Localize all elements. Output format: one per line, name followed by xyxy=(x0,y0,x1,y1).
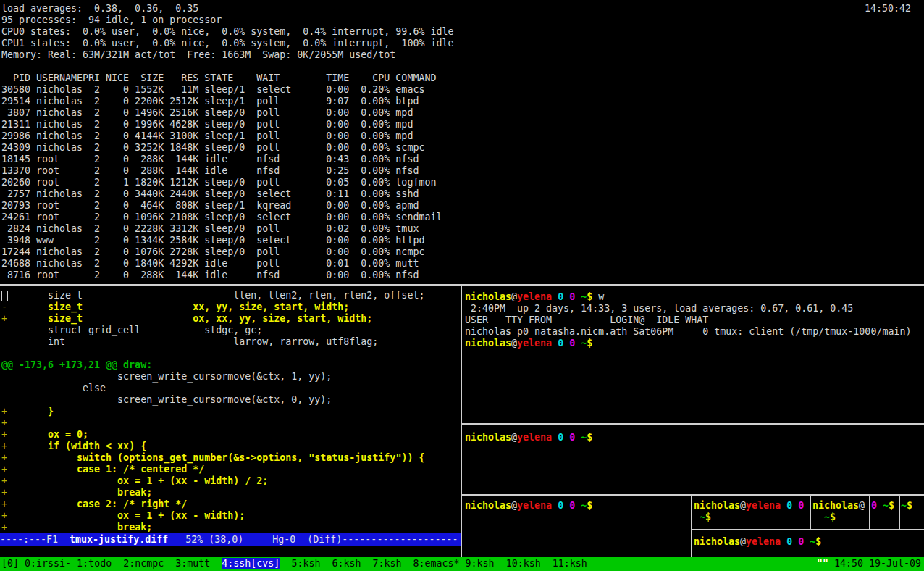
terminal-line: PID USERNAMEPRI NICE SIZE RES STATE WAIT… xyxy=(1,72,923,84)
terminal-line xyxy=(1,348,459,359)
shell-mini-pane-1[interactable]: nicholas@yelena 0 0 ~$ xyxy=(694,500,808,523)
terminal-line: 2:40PM up 2 days, 14:33, 3 users, load a… xyxy=(465,303,923,314)
terminal-line: 20260 root 2 1 1820K 1212K sleep/0 poll … xyxy=(1,177,923,188)
terminal-line: ~$ xyxy=(812,512,868,523)
pane-border-vertical-mini3[interactable] xyxy=(899,496,900,529)
terminal-line: 2824 nicholas 2 0 2228K 3312K sleep/0 po… xyxy=(1,223,923,235)
terminal-line: + xyxy=(1,417,459,429)
terminal-line: CPU0 states: 0.0% user, 0.0% nice, 0.0% … xyxy=(1,26,923,38)
top-process-pane[interactable]: load averages: 0.38, 0.36, 0.3595 proces… xyxy=(1,3,923,281)
pane-border-horizontal-right1[interactable] xyxy=(462,423,924,425)
pane-border-horizontal-main[interactable] xyxy=(0,284,924,286)
tmux-window-item[interactable]: 7:ksh xyxy=(372,558,401,569)
shell-pane-bottom-sub[interactable]: nicholas@yelena 0 0 ~$ xyxy=(694,536,923,548)
terminal-line: CPU1 states: 0.0% user, 0.0% nice, 0.0% … xyxy=(1,38,923,49)
shell-pane-middle-right[interactable]: nicholas@yelena 0 0 ~$ xyxy=(465,432,923,443)
clock-display: 14:50:42 xyxy=(865,3,911,14)
terminal-line: 0 ~$ xyxy=(871,500,897,512)
tmux-status-right: "" 14:50 19-Jul-09 xyxy=(817,557,921,571)
tmux-status-bar: [0] 0:irssi- 1:todo 2:ncmpc 3:mutt 4:ssh… xyxy=(0,557,924,571)
terminal-line: nicholas@yelena 0 0 ~$ w xyxy=(465,291,923,303)
terminal-line: struct grid_cell stdgc, gc; xyxy=(1,325,459,336)
terminal-line: screen_write_cursormove(&ctx, 0, yy); xyxy=(1,394,459,406)
tmux-window-item[interactable]: 9:ksh xyxy=(466,558,495,569)
terminal-line: nicholas@yelena 0 0 ~$ xyxy=(694,536,923,548)
shell-pane-bottom-left[interactable]: nicholas@yelena 0 0 ~$ xyxy=(465,500,689,512)
terminal-line: ~$ xyxy=(694,512,808,523)
terminal-line: 24261 root 2 0 1096K 2108K sleep/0 selec… xyxy=(1,212,923,223)
terminal-line: 18145 root 2 0 288K 144K idle nfsd 0:43 … xyxy=(1,154,923,165)
pane-border-vertical-main[interactable] xyxy=(461,286,462,557)
terminal-line: 2757 nicholas 2 0 3440K 2440K sleep/0 se… xyxy=(1,188,923,200)
terminal-line: + ox = 1 + (xx - width) / 2; xyxy=(1,475,459,487)
emacs-hollow-cursor xyxy=(1,291,8,301)
terminal-line: 95 processes: 94 idle, 1 on processor xyxy=(1,14,923,26)
terminal-line: + } xyxy=(1,406,459,417)
terminal-line: ~$ xyxy=(901,500,923,512)
pane-border-vertical-mini2[interactable] xyxy=(869,496,870,529)
tmux-window-list: [0] 0:irssi- 1:todo 2:ncmpc 3:mutt 4:ssh… xyxy=(1,557,587,571)
tmux-window-item[interactable]: 5:ksh xyxy=(291,558,320,569)
terminal-line: int larrow, rarrow, utf8flag; xyxy=(1,336,459,348)
tmux-session-name: [0] xyxy=(1,558,19,569)
tmux-window-item[interactable]: 6:ksh xyxy=(332,558,361,569)
tmux-window-item[interactable]: 10:ksh xyxy=(506,558,541,569)
terminal-line: 20793 root 2 0 464K 808K sleep/1 kqread … xyxy=(1,200,923,212)
terminal-line: + ox = 0; xyxy=(1,429,459,441)
shell-mini-pane-3[interactable]: 0 ~$ xyxy=(871,500,897,512)
terminal-line: 29986 nicholas 2 0 4144K 3100K sleep/1 p… xyxy=(1,130,923,142)
terminal-line: ----:---F1 tmux-justify.diff 52% (38,0) … xyxy=(0,533,461,545)
terminal-line: load averages: 0.38, 0.36, 0.35 xyxy=(1,3,923,14)
terminal-line: nicholas@ xyxy=(812,500,868,512)
terminal-line: + break; xyxy=(1,487,459,499)
terminal-line: 29514 nicholas 2 0 2200K 2512K sleep/1 p… xyxy=(1,96,923,107)
terminal-line: + switch (options_get_number(&s->options… xyxy=(1,452,459,464)
tmux-window-item[interactable]: 0:irssi- xyxy=(25,558,71,569)
tmux-window-item[interactable]: 3:mutt xyxy=(175,558,210,569)
terminal-line: 3807 nicholas 2 0 1496K 2516K sleep/0 po… xyxy=(1,107,923,119)
terminal-line: nicholas@yelena 0 0 xyxy=(694,500,808,512)
pane-border-vertical-mini1[interactable] xyxy=(810,496,811,529)
terminal-line: 8716 root 2 0 288K 144K idle nfsd 0:00 0… xyxy=(1,270,923,281)
terminal-line: screen_write_cursormove(&ctx, 1, yy); xyxy=(1,371,459,383)
terminal-line: 30580 nicholas 2 0 1552K 11M sleep/1 sel… xyxy=(1,84,923,96)
terminal-line: nicholas@yelena 0 0 ~$ xyxy=(465,432,923,443)
shell-pane-top-right[interactable]: nicholas@yelena 0 0 ~$ w 2:40PM up 2 day… xyxy=(465,291,923,349)
pane-border-horizontal-mini[interactable] xyxy=(692,529,924,530)
terminal-line: 17244 nicholas 2 0 1076K 2728K sleep/0 p… xyxy=(1,246,923,258)
terminal-line: 21311 nicholas 2 0 1996K 4628K sleep/0 p… xyxy=(1,119,923,130)
tmux-window-item[interactable]: 1:todo xyxy=(77,558,112,569)
terminal-line: nicholas@yelena 0 0 ~$ xyxy=(465,500,689,512)
shell-mini-pane-4[interactable]: ~$ xyxy=(901,500,923,512)
pane-border-vertical-bottom[interactable] xyxy=(691,496,692,557)
emacs-modeline: ----:---F1 tmux-justify.diff 52% (38,0) … xyxy=(0,533,461,546)
terminal-line: "" 14:50 19-Jul-09 xyxy=(817,557,921,568)
terminal-line: - size_t xx, yy, size, start, width; xyxy=(1,301,459,313)
terminal-line: + case 1: /* centered */ xyxy=(1,464,459,475)
tmux-window-item[interactable]: 11:ksh xyxy=(553,558,587,569)
terminal-line: + break; xyxy=(1,522,459,533)
terminal-line: 3948 www 2 0 1344K 2584K sleep/0 select … xyxy=(1,235,923,246)
terminal-line: USER TTY FROM LOGIN@ IDLE WHAT xyxy=(465,314,923,326)
terminal-line: 24688 nicholas 2 0 1840K 4292K idle poll… xyxy=(1,258,923,270)
tmux-screen: { "colors": { "background": "#000000", "… xyxy=(0,0,924,571)
shell-mini-pane-2[interactable]: nicholas@ ~$ xyxy=(812,500,868,523)
terminal-line: @@ -173,6 +173,21 @@ draw: xyxy=(1,359,459,371)
terminal-line: else xyxy=(1,383,459,394)
tmux-window-item[interactable]: 8:emacs* xyxy=(413,558,460,569)
diff-editor-pane[interactable]: size_t llen, llen2, rlen, rlen2, offset;… xyxy=(1,290,459,533)
terminal-line xyxy=(1,61,923,72)
terminal-line: nicholas p0 natasha.nicm.ath Sat06PM 0 t… xyxy=(465,326,923,338)
terminal-line: nicholas@yelena 0 0 ~$ xyxy=(465,338,923,349)
terminal-line: + size_t ox, xx, yy, size, start, width; xyxy=(1,313,459,325)
terminal-line: + if (width < xx) { xyxy=(1,441,459,452)
pane-border-horizontal-right2[interactable] xyxy=(462,494,924,496)
terminal-line: 13370 root 2 0 288K 144K idle nfsd 0:25 … xyxy=(1,165,923,177)
terminal-line: 24309 nicholas 2 0 3252K 1848K sleep/0 p… xyxy=(1,142,923,154)
terminal-line: + case 2: /* right */ xyxy=(1,499,459,510)
terminal-line: + ox = 1 + (xx - width); xyxy=(1,510,459,522)
terminal-line: Memory: Real: 63M/321M act/tot Free: 166… xyxy=(1,49,923,61)
tmux-window-item[interactable]: 2:ncmpc xyxy=(123,558,164,569)
tmux-window-item[interactable]: 4:ssh[cvs] xyxy=(222,558,280,569)
terminal-line: size_t llen, llen2, rlen, rlen2, offset; xyxy=(1,290,459,301)
